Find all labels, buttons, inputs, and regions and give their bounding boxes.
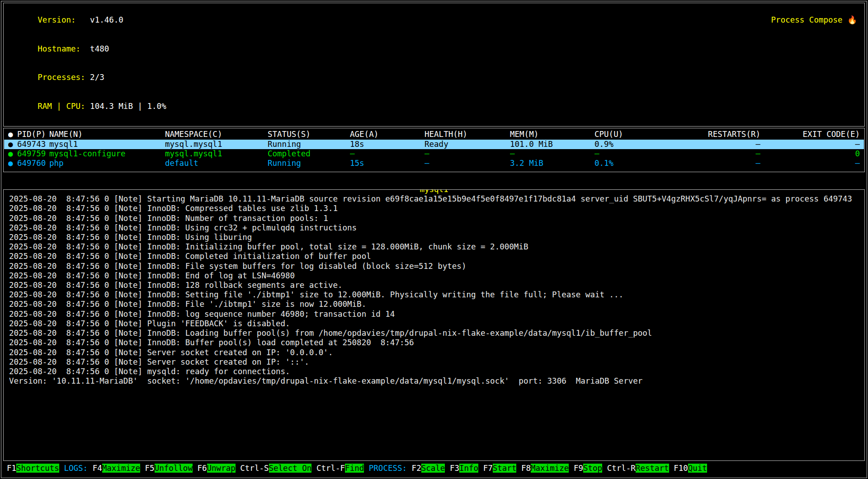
flame-icon: 🔥 — [847, 15, 857, 24]
log-line: 2025-08-20 8:47:56 0 [Note] InnoDB: Init… — [9, 242, 859, 252]
column-header-health[interactable]: HEALTH(H) — [425, 130, 510, 139]
status-bullet-icon: ● — [8, 149, 17, 159]
cell-age: – — [350, 149, 425, 159]
shortcut-ctrl-f[interactable]: Ctrl-FFind — [316, 464, 364, 473]
status-bar-section-label: PROCESS: — [369, 464, 407, 473]
hostname-label: Hostname: — [38, 44, 85, 54]
cell-exit-code: 0 — [760, 149, 860, 159]
log-line: Version: '10.11.11-MariaDB' socket: '/ho… — [9, 376, 859, 386]
shortcut-action: Shortcuts — [16, 464, 59, 473]
column-header-exit-code[interactable]: EXIT CODE(E) — [760, 130, 860, 139]
column-header-restarts[interactable]: RESTARTS(R) — [671, 130, 760, 139]
cell-exit-code: – — [760, 140, 860, 149]
shortcut-action: Maximize — [531, 464, 569, 473]
log-line: 2025-08-20 8:47:56 0 [Note] InnoDB: Usin… — [9, 233, 859, 242]
header-line-hostname: Hostname:t480 — [9, 35, 859, 64]
column-header-age[interactable]: AGE(A) — [350, 130, 425, 139]
shortcut-f6[interactable]: F6Unwrap — [197, 464, 235, 473]
table-row-php[interactable]: ● 649760 php default Running 15s – 3.2 M… — [8, 159, 860, 168]
column-header-status[interactable]: STATUS(S) — [268, 130, 350, 139]
app-title-text: Process Compose — [771, 15, 843, 24]
shortcut-f5[interactable]: F5Unfollow — [145, 464, 193, 473]
log-line: 2025-08-20 8:47:56 0 [Note] Server socke… — [9, 357, 859, 367]
cell-cpu: – — [594, 149, 671, 159]
shortcut-f8[interactable]: F8Maximize — [521, 464, 569, 473]
cell-health: – — [425, 159, 510, 168]
shortcut-key: Ctrl-F — [316, 464, 345, 473]
cell-namespace: default — [165, 159, 268, 168]
shortcut-key: F4 — [93, 464, 102, 473]
shortcut-f7[interactable]: F7Start — [483, 464, 517, 473]
shortcut-action: Info — [459, 464, 478, 473]
hostname-value: t480 — [90, 44, 109, 53]
log-pane-title: mysql1 — [419, 189, 448, 194]
column-header-mem[interactable]: MEM(M) — [510, 130, 594, 139]
cell-restarts: – — [671, 149, 760, 159]
shortcut-key: F2 — [412, 464, 421, 473]
log-line: 2025-08-20 8:47:56 0 [Note] Server socke… — [9, 348, 859, 357]
log-pane[interactable]: mysql1 2025-08-20 8:47:56 0 [Note] Start… — [3, 189, 865, 461]
log-line: 2025-08-20 8:47:56 0 [Note] Starting Mar… — [9, 194, 859, 204]
shortcut-f4[interactable]: F4Maximize — [93, 464, 140, 473]
shortcut-key: F8 — [521, 464, 531, 473]
shortcut-f10[interactable]: F10Quit — [674, 464, 707, 473]
shortcut-ctrl-s[interactable]: Ctrl-SSelect On — [240, 464, 311, 473]
cell-restarts: – — [671, 140, 760, 149]
log-line: 2025-08-20 8:47:56 0 [Note] Plugin 'FEED… — [9, 319, 859, 329]
shortcut-ctrl-r[interactable]: Ctrl-RRestart — [607, 464, 669, 473]
table-row-mysql1-configure[interactable]: ● 649759 mysql1-configure mysql.mysql1 C… — [8, 149, 860, 159]
shortcut-key: Ctrl-R — [607, 464, 636, 473]
ram-cpu-label: RAM | CPU: — [38, 102, 85, 111]
header-line-ram-cpu: RAM | CPU:104.3 MiB | 1.0% — [9, 92, 859, 121]
cell-mem: 3.2 MiB — [510, 159, 594, 168]
processes-label: Processes: — [38, 73, 85, 82]
shortcut-f3[interactable]: F3Info — [450, 464, 478, 473]
cell-namespace: mysql.mysql1 — [165, 140, 268, 149]
column-header-namespace[interactable]: NAMESPACE(C) — [165, 130, 268, 139]
cell-pid: 649743 — [17, 140, 49, 149]
shortcut-f2[interactable]: F2Scale — [412, 464, 445, 473]
cell-name: mysql1 — [49, 140, 165, 149]
shortcut-key: F6 — [197, 464, 207, 473]
log-line: 2025-08-20 8:47:56 0 [Note] InnoDB: File… — [9, 262, 859, 271]
shortcut-action: Restart — [636, 464, 669, 473]
column-header-pid[interactable]: PID(P) — [17, 130, 49, 139]
shortcut-key: F9 — [574, 464, 583, 473]
shortcut-action: Start — [493, 464, 517, 473]
processes-count: 2/3 — [90, 73, 104, 82]
header-line-version: Version:v1.46.0 — [9, 6, 859, 35]
terminal-frame: Version:v1.46.0 Hostname:t480 Processes:… — [1, 1, 867, 478]
shortcut-key: F10 — [674, 464, 688, 473]
log-line: 2025-08-20 8:47:56 0 [Note] InnoDB: Comp… — [9, 204, 859, 213]
shortcut-action: Scale — [421, 464, 445, 473]
cell-status: Completed — [268, 149, 350, 159]
version-label: Version: — [38, 15, 85, 25]
shortcut-f1[interactable]: F1Shortcuts — [7, 464, 59, 473]
cell-status: Running — [268, 140, 350, 149]
log-line: 2025-08-20 8:47:56 0 [Note] InnoDB: End … — [9, 271, 859, 281]
cell-cpu: 0.1% — [594, 159, 671, 168]
cell-age: 15s — [350, 159, 425, 168]
shortcut-action: Quit — [688, 464, 707, 473]
status-bar-section-label: LOGS: — [64, 464, 88, 473]
cell-age: 18s — [350, 140, 425, 149]
column-header-cpu[interactable]: CPU(U) — [594, 130, 671, 139]
column-header-name[interactable]: NAME(N) — [49, 130, 165, 139]
shortcut-key: F7 — [483, 464, 493, 473]
shortcut-key: F1 — [7, 464, 16, 473]
cell-health: – — [425, 149, 510, 159]
log-line: 2025-08-20 8:47:56 0 [Note] InnoDB: File… — [9, 300, 859, 309]
cell-name: mysql1-configure — [49, 149, 165, 159]
shortcut-action: Find — [345, 464, 364, 473]
log-line: 2025-08-20 8:47:56 0 [Note] InnoDB: Sett… — [9, 290, 859, 300]
cell-mem: – — [510, 149, 594, 159]
cell-namespace: mysql.mysql1 — [165, 149, 268, 159]
header-pane: Version:v1.46.0 Hostname:t480 Processes:… — [3, 3, 865, 127]
shortcut-action: Unwrap — [207, 464, 236, 473]
ram-cpu-value: 104.3 MiB | 1.0% — [90, 102, 166, 111]
cell-cpu: 0.9% — [594, 140, 671, 149]
log-line: 2025-08-20 8:47:56 0 [Note] InnoDB: Numb… — [9, 214, 859, 223]
shortcut-action: Unfollow — [155, 464, 193, 473]
shortcut-f9[interactable]: F9Stop — [574, 464, 602, 473]
table-row-mysql1[interactable]: ● 649743 mysql1 mysql.mysql1 Running 18s… — [4, 140, 864, 149]
